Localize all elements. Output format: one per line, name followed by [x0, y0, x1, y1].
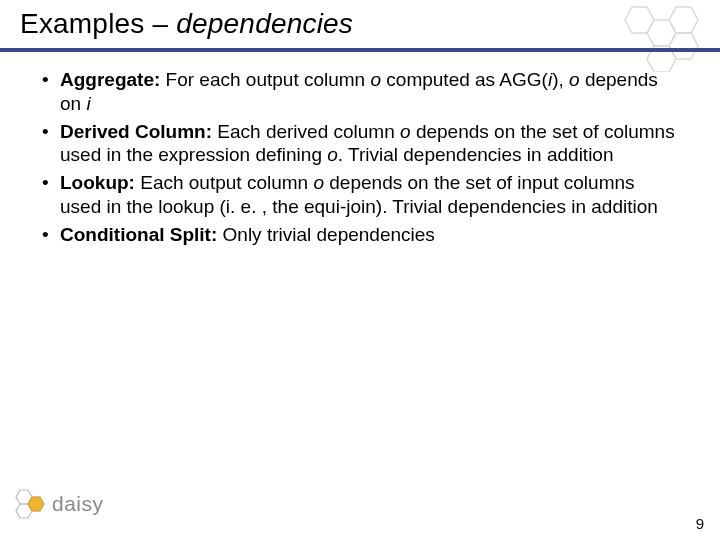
- logo-text: daisy: [52, 492, 104, 516]
- title-plain: Examples –: [20, 8, 176, 39]
- bullet-body: Only trivial dependencies: [217, 224, 435, 245]
- bullet-label: Derived Column:: [60, 121, 212, 142]
- page-number: 9: [696, 515, 704, 532]
- bullet-list: Aggregate: For each output column o comp…: [42, 68, 678, 246]
- hexagon-logo-icon: [10, 486, 48, 522]
- bullet-label: Conditional Split:: [60, 224, 217, 245]
- bullet-item: Derived Column: Each derived column o de…: [42, 120, 678, 168]
- bullet-item: Aggregate: For each output column o comp…: [42, 68, 678, 116]
- title-area: Examples – dependencies: [0, 0, 720, 46]
- bullet-item: Lookup: Each output column o depends on …: [42, 171, 678, 219]
- svg-marker-8: [28, 497, 44, 511]
- slide: Examples – dependencies Aggregate: For e…: [0, 0, 720, 540]
- bullet-label: Aggregate:: [60, 69, 160, 90]
- content-area: Aggregate: For each output column o comp…: [0, 46, 720, 246]
- daisy-logo: daisy: [10, 486, 104, 522]
- bullet-item: Conditional Split: Only trivial dependen…: [42, 223, 678, 247]
- title-italic: dependencies: [176, 8, 353, 39]
- title-rule: [0, 48, 720, 52]
- bullet-body: Each output column o depends on the set …: [60, 172, 658, 217]
- bullet-label: Lookup:: [60, 172, 135, 193]
- slide-title: Examples – dependencies: [20, 8, 700, 40]
